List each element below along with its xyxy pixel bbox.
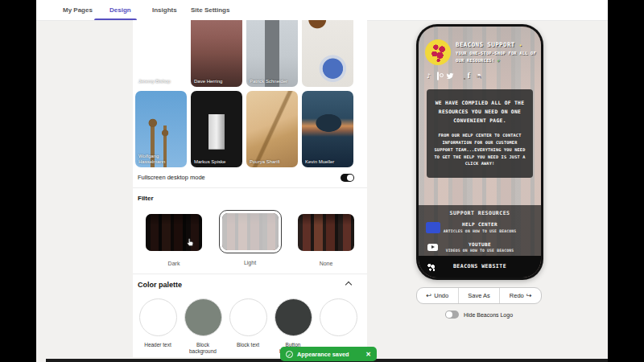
linkedin-icon[interactable]: in	[477, 73, 481, 80]
info-heading: WE HAVE COMPILED ALL OF THE RESOURCES YO…	[432, 98, 527, 125]
background-option[interactable]: Wolfgang Hasselmann	[135, 91, 187, 167]
filter-option-dark[interactable]: Dark	[138, 210, 209, 266]
help-center-icon	[426, 222, 440, 233]
letterbox-right	[608, 0, 644, 362]
swatch-header-text[interactable]: Header text	[138, 298, 177, 356]
background-option[interactable]: Markus Spiske	[191, 91, 242, 167]
support-resources-block: SUPPORT RESOURCES HELP CENTER ARTICLES O…	[419, 205, 541, 278]
letterbox-left	[0, 0, 36, 362]
photo-credit: Markus Spiske	[194, 159, 225, 165]
background-option[interactable]: Patrick Schneider	[246, 20, 298, 87]
color-circle	[229, 298, 267, 336]
fullscreen-desktop-mode-label: Fullscreen desktop mode	[138, 174, 205, 181]
photo-credit: Dave Herring	[194, 79, 222, 84]
color-circle	[320, 298, 357, 336]
undo-button[interactable]: ↩ Undo	[417, 288, 459, 303]
phone-screen: BEACONS SUPPORT ✦ YOUR ONE-STOP-SHOP FOR…	[419, 27, 541, 278]
background-image-grid: Jeremy Bishop Dave Herring Patrick Schne…	[135, 20, 365, 167]
toast-message: Appearance saved	[297, 351, 349, 358]
photo-credit: Jeremy Bishop	[138, 79, 171, 84]
link-help-center[interactable]: HELP CENTER ARTICLES ON HOW TO USE BEACO…	[419, 216, 541, 237]
swatch-label: Block background	[184, 342, 222, 356]
color-circle	[184, 298, 222, 336]
info-text-block: WE HAVE COMPILED ALL OF THE RESOURCES YO…	[427, 89, 533, 178]
undo-arrow-icon: ↩	[427, 292, 432, 299]
info-body: FROM OUR HELP CENTER TO CONTACT INFORMAT…	[432, 132, 527, 167]
fullscreen-desktop-mode-toggle[interactable]	[341, 174, 354, 182]
photo-credit: Wolfgang Hasselmann	[138, 154, 184, 165]
filter-option-label: None	[320, 261, 333, 266]
background-option[interactable]: Pourya Sharifi	[246, 91, 298, 167]
twitter-icon[interactable]	[446, 72, 454, 80]
tab-site-settings[interactable]: Site Settings	[191, 0, 229, 20]
background-option[interactable]	[302, 20, 353, 87]
check-emoji-icon: ✔	[497, 58, 500, 63]
photo-credit: Patrick Schneider	[250, 79, 287, 84]
background-option[interactable]: Jeremy Bishop	[135, 20, 187, 87]
save-as-button[interactable]: Save As	[459, 288, 501, 303]
tab-my-pages[interactable]: My Pages	[63, 0, 93, 20]
facebook-icon[interactable]: f	[468, 72, 470, 80]
hide-beacons-logo-toggle[interactable]	[445, 311, 459, 319]
youtube-play-icon	[427, 244, 438, 252]
redo-arrow-icon: ↪	[526, 292, 532, 299]
appearance-saved-toast: ✓ Appearance saved ✕	[280, 347, 377, 361]
profile-subtitle: YOUR ONE-STOP-SHOP FOR ALL OF OUR RESOUR…	[456, 51, 536, 62]
design-settings-panel: Jeremy Bishop Dave Herring Patrick Schne…	[133, 20, 367, 357]
toggle-knob	[347, 175, 353, 181]
filter-option-label: Light	[244, 260, 256, 265]
toggle-knob	[446, 311, 452, 318]
app-window: My Pages Design Insights Site Settings J…	[36, 0, 608, 362]
action-button-group: ↩ Undo Save As Redo ↪	[416, 287, 542, 304]
check-circle-icon: ✓	[286, 351, 293, 358]
resources-heading: SUPPORT RESOURCES	[419, 210, 541, 216]
selected-filter-frame	[219, 210, 282, 253]
swatch-label: Header text	[144, 342, 171, 348]
redo-button[interactable]: Redo ↪	[500, 288, 541, 303]
filter-section-title: Filter	[138, 195, 362, 202]
color-circle	[139, 298, 177, 336]
tab-insights[interactable]: Insights	[152, 0, 177, 20]
swatch-block-background[interactable]: Block background	[184, 298, 222, 356]
instagram-icon[interactable]	[437, 73, 439, 80]
beacons-website-bar[interactable]: BEACONS WEBSITE	[419, 256, 541, 278]
social-icon-row: ♪ f in	[419, 65, 541, 80]
active-tab-underline	[94, 19, 137, 21]
color-palette-section-title: Color palette	[138, 281, 182, 289]
link-youtube[interactable]: YOUTUBE VIDEOS ON HOW TO USE BEACONS	[419, 237, 541, 257]
photo-credit: Kevin Mueller	[305, 159, 334, 165]
tiktok-icon[interactable]: ♪	[427, 73, 431, 80]
collapse-chevron-icon[interactable]	[345, 282, 352, 288]
beacons-avatar	[425, 39, 451, 65]
top-nav: My Pages Design Insights Site Settings	[36, 0, 608, 21]
profile-title: BEACONS SUPPORT	[456, 41, 515, 48]
filter-option-label: Dark	[168, 261, 180, 266]
background-option[interactable]: Dave Herring	[191, 20, 242, 87]
hide-beacons-logo-label: Hide Beacons Logo	[464, 312, 513, 318]
sparkle-icon: ✦	[519, 42, 522, 47]
tab-design[interactable]: Design	[109, 0, 131, 20]
beacons-logo-icon	[426, 261, 437, 273]
toast-close-icon[interactable]: ✕	[365, 351, 371, 358]
swatch-block-text[interactable]: Block text	[229, 298, 267, 356]
filter-option-none[interactable]: None	[291, 210, 361, 266]
background-option[interactable]: Kevin Mueller	[302, 91, 353, 167]
photo-credit: Pourya Sharifi	[250, 159, 280, 165]
filter-option-light[interactable]: Light	[215, 210, 286, 266]
color-circle	[275, 298, 312, 336]
swatch-label: Block text	[237, 342, 259, 348]
phone-preview: BEACONS SUPPORT ✦ YOUR ONE-STOP-SHOP FOR…	[416, 24, 543, 280]
